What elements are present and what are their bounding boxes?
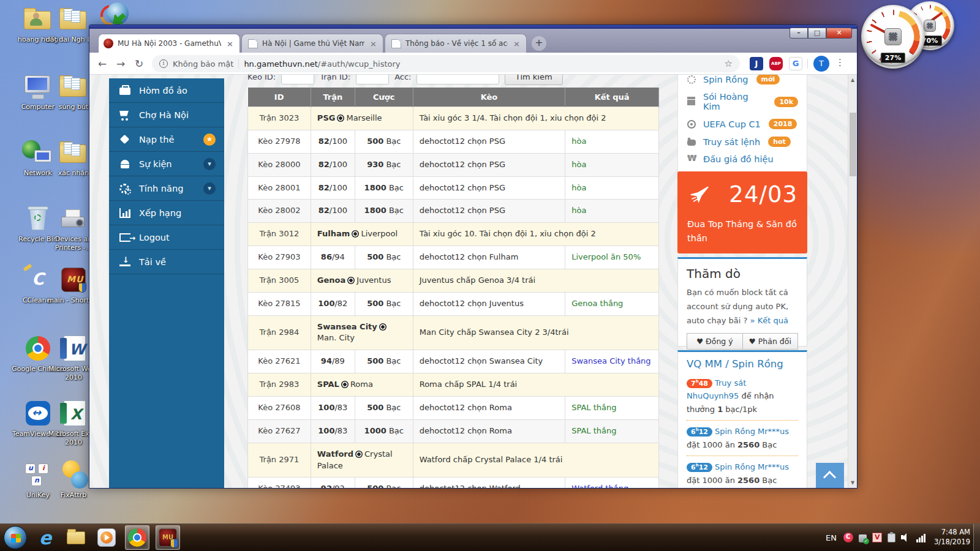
search-button[interactable]: Tìm kiếm [505,75,562,85]
odds-cell: 92/92 [311,478,355,488]
sidebar-item-t-nh-n-ng[interactable]: Tính năng▾ [109,176,224,201]
poll-result-link[interactable]: » Kết quả [750,316,788,325]
sidebar-item-label: Nạp thẻ [139,135,203,144]
stake-cell: 1800 Bạc [355,200,413,223]
taskbar: e EN 7:48 AM 3/18/2019 [0,523,980,551]
sidebar-item-logout[interactable]: Logout [109,225,224,250]
match-id-cell: Trận 3012 [248,223,311,246]
reload-button[interactable]: ↻ [131,56,147,72]
mu-favicon [104,39,113,48]
folder-docs-icon [56,5,91,34]
odds-cell: 82/100 [311,153,355,176]
volume-icon[interactable] [901,533,911,542]
browser-tab-1[interactable]: MU Hà Nội 2003 - GamethuVN.n× [98,34,240,53]
table-row-bet: Kèo 2762194/89500 Bạcdehoctot12 chọn Swa… [248,350,659,373]
feed-item: 6h12Spin Rồng Mr***us đặt 1000 ăn 2560 B… [687,456,798,488]
sidebar-item-x-p-h-ng[interactable]: Xếp hạng [109,201,224,225]
odds-bold: 94 [321,356,332,365]
clipboard-tray-icon[interactable] [888,533,895,542]
taskbar-media-player[interactable] [94,525,119,550]
tab-close-icon[interactable]: × [512,39,521,48]
bookmark-star-icon[interactable]: ☆ [725,58,733,69]
spin-icon [687,75,696,84]
odds-cell: 86/94 [311,246,355,269]
profile-avatar[interactable]: T [813,56,829,72]
new-tab-button[interactable]: + [532,36,546,51]
sidebar-item-t-i-v-[interactable]: Tải về [109,250,224,274]
taskbar-mu-game[interactable] [156,525,180,550]
match-id-cell: Trận 2984 [248,315,311,350]
result-cell: Liverpool ăn 50% [565,246,659,269]
poll-disagree-button[interactable]: ♥ Phản đối [742,333,799,350]
acc-input[interactable] [417,75,499,84]
table-row-bet: Kèo 2790386/94500 Bạcdehoctot12 chọn Ful… [248,246,659,269]
event-banner[interactable]: 24/03 Đua Top Tháng & Săn đồ thần [677,171,807,253]
excel-icon [56,399,91,429]
pick-cell: dehoctot12 chọn Watford [413,478,565,488]
quick-link-label: Đấu giá đồ hiệu [703,154,774,164]
start-button[interactable] [4,526,27,549]
back-button[interactable]: ← [94,56,110,72]
quick-link--u-gi-hi-u[interactable]: Đấu giá đồ hiệu [678,151,807,168]
quick-link-spin-r-ng[interactable]: Spin Rồngmới [678,75,807,88]
usb-tray-icon[interactable] [859,534,867,542]
ccleaner-tray-icon[interactable] [843,533,853,542]
download-icon [119,257,130,266]
quick-link-s-i-ho-ng-kim[interactable]: Sói Hoàng Kim10k [678,88,807,115]
taskbar-chrome[interactable] [125,525,149,550]
quick-link-uefa-cup-c1[interactable]: UEFA Cup C12018 [678,115,807,133]
feed-link[interactable]: Spin Rồng Mr***us [715,462,789,471]
minimize-button[interactable]: – [790,28,808,39]
language-indicator[interactable]: EN [826,533,837,542]
bet-id-cell: Kèo 28000 [248,153,311,176]
feed-text: đặt 1000 ăn [687,440,737,449]
tab-close-icon[interactable]: × [369,39,378,48]
table-row-bet: Kèo 27627100/831000 Bạcdehoctot12 chọn R… [248,419,659,443]
match-teams-cell: FulhamLiverpool [311,223,413,246]
stake-cell: 500 Bạc [355,478,413,488]
chrome-menu-icon[interactable]: ⋮ [835,57,845,68]
forward-button[interactable]: → [113,56,129,72]
close-button[interactable]: ✕ [826,28,852,39]
feed-link[interactable]: Spin Rồng Mr***us [715,427,789,436]
keo-id-input[interactable] [281,75,314,84]
feed-title[interactable]: VQ MM / Spin Rồng [687,358,798,370]
sidebar-item-n-p-th-[interactable]: Nạp thẻ★ [109,127,224,152]
browser-tab-2[interactable]: Hà Nội | Game thủ Việt Nam- MU× [241,34,383,53]
idm-extension-icon[interactable]: J [750,57,763,70]
table-header: Kèo [413,88,565,107]
pick-cell: dehoctot12 chọn Fulham [413,246,565,269]
tran-id-input[interactable] [356,75,389,84]
stake-bold: 500 [367,484,383,488]
scroll-down-arrow[interactable]: ▼ [848,480,857,485]
translate-extension-icon[interactable]: G [789,57,802,70]
chevron-down-icon: ▾ [203,158,216,170]
sidebar-item-s-ki-n[interactable]: Sự kiện▾ [109,152,224,176]
scrollbar-thumb[interactable] [850,113,856,176]
sidebar-item-h-m-o[interactable]: Hòm đồ ảo [109,78,224,103]
bet-id-cell: Kèo 28002 [248,200,311,223]
taskbar-ie[interactable]: e [33,525,58,550]
scrollbar[interactable]: ▲ ▼ [848,75,857,488]
quick-link-truy-s-t-l-nh[interactable]: Truy sát lệnhhot [678,133,807,151]
unikey-tray-icon[interactable] [872,533,882,542]
taskbar-explorer[interactable] [64,525,88,550]
address-bar[interactable]: i Không bảo mật hn.gamethuvn.net/#auth/w… [152,55,740,72]
scroll-to-top-button[interactable] [816,463,844,488]
odds-bold: 100 [318,403,334,412]
network-signal-icon[interactable] [916,533,926,542]
taskbar-clock[interactable]: 7:48 AM 3/18/2019 [934,528,970,547]
scroll-up-arrow[interactable]: ▲ [848,77,857,83]
adblock-extension-icon[interactable]: ABP [769,57,783,70]
banner-caption: Đua Top Tháng & Săn đồ thần [687,217,797,246]
show-desktop-button[interactable] [973,524,980,551]
soccer-ball-icon [379,323,386,331]
tab-title: Thông báo - Về việc 1 số account [405,39,508,48]
sidebar-item-ch-h-n-i[interactable]: Chợ Hà Nội [109,103,224,127]
pick-cell: dehoctot12 chọn PSG [413,200,565,223]
poll-agree-button[interactable]: ♥ Đồng ý [687,333,742,350]
maximize-button[interactable]: □ [808,28,826,39]
browser-tab-3[interactable]: Thông báo - Về việc 1 số account× [385,34,527,53]
tab-close-icon[interactable]: × [225,39,235,48]
info-icon[interactable]: i [159,59,168,68]
